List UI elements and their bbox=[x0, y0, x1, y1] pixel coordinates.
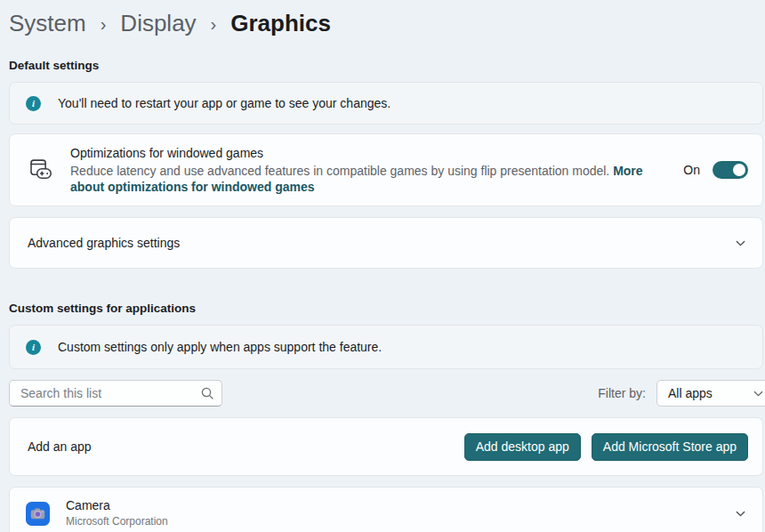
breadcrumb-system[interactable]: System bbox=[9, 10, 86, 37]
filter-dropdown[interactable]: All apps bbox=[656, 380, 765, 407]
optimizations-toggle-group: On bbox=[683, 161, 748, 179]
filter-by-label: Filter by: bbox=[598, 386, 646, 400]
search-icon[interactable] bbox=[200, 386, 214, 400]
app-publisher: Microsoft Corporation bbox=[66, 514, 168, 528]
section-header-default-settings: Default settings bbox=[9, 59, 763, 74]
toggle-state-label: On bbox=[683, 163, 700, 177]
info-icon: i bbox=[26, 96, 41, 111]
advanced-graphics-settings-label: Advanced graphics settings bbox=[28, 236, 180, 250]
restart-info-banner: i You'll need to restart your app or gam… bbox=[9, 82, 763, 125]
optimizations-text-block: Optimizations for windowed games Reduce … bbox=[70, 146, 657, 195]
custom-settings-info-text: Custom settings only apply when apps sup… bbox=[58, 340, 382, 354]
add-app-card: Add an app Add desktop app Add Microsoft… bbox=[9, 417, 763, 476]
filter-selected-value: All apps bbox=[668, 386, 713, 400]
list-controls-row: Filter by: All apps bbox=[9, 380, 763, 407]
breadcrumb-graphics-current: Graphics bbox=[230, 10, 331, 37]
breadcrumb-separator-icon: › bbox=[211, 12, 217, 35]
filter-group: Filter by: All apps bbox=[598, 380, 763, 407]
custom-settings-info-banner: i Custom settings only apply when apps s… bbox=[9, 325, 763, 369]
add-app-buttons: Add desktop app Add Microsoft Store app bbox=[464, 433, 748, 461]
breadcrumb-display[interactable]: Display bbox=[120, 10, 196, 37]
section-header-custom-settings: Custom settings for applications bbox=[9, 302, 763, 317]
restart-info-text: You'll need to restart your app or game … bbox=[58, 96, 391, 110]
add-microsoft-store-app-button[interactable]: Add Microsoft Store app bbox=[592, 433, 748, 461]
search-box bbox=[9, 380, 222, 407]
graphics-settings-page: System › Display › Graphics Default sett… bbox=[0, 0, 765, 532]
breadcrumb-separator-icon: › bbox=[101, 12, 107, 35]
optimizations-description: Reduce latency and use advanced features… bbox=[70, 163, 657, 195]
chevron-down-icon bbox=[735, 508, 746, 520]
chevron-down-icon bbox=[753, 388, 764, 399]
optimizations-title: Optimizations for windowed games bbox=[70, 146, 657, 160]
info-icon: i bbox=[26, 340, 41, 355]
add-desktop-app-button[interactable]: Add desktop app bbox=[464, 433, 581, 461]
add-app-label: Add an app bbox=[28, 439, 92, 454]
chevron-down-icon bbox=[735, 238, 746, 249]
windowed-game-icon bbox=[28, 156, 54, 185]
search-input[interactable] bbox=[9, 380, 222, 407]
app-name: Camera bbox=[66, 498, 168, 512]
advanced-graphics-settings-expander[interactable]: Advanced graphics settings bbox=[9, 217, 763, 269]
optimizations-card: Optimizations for windowed games Reduce … bbox=[9, 133, 763, 206]
breadcrumb: System › Display › Graphics bbox=[9, 0, 763, 41]
camera-app-icon bbox=[26, 502, 50, 526]
app-row-camera[interactable]: Camera Microsoft Corporation bbox=[9, 487, 763, 532]
camera-app-meta: Camera Microsoft Corporation bbox=[66, 498, 168, 528]
optimizations-toggle[interactable] bbox=[713, 161, 748, 179]
toggle-knob bbox=[733, 164, 745, 176]
